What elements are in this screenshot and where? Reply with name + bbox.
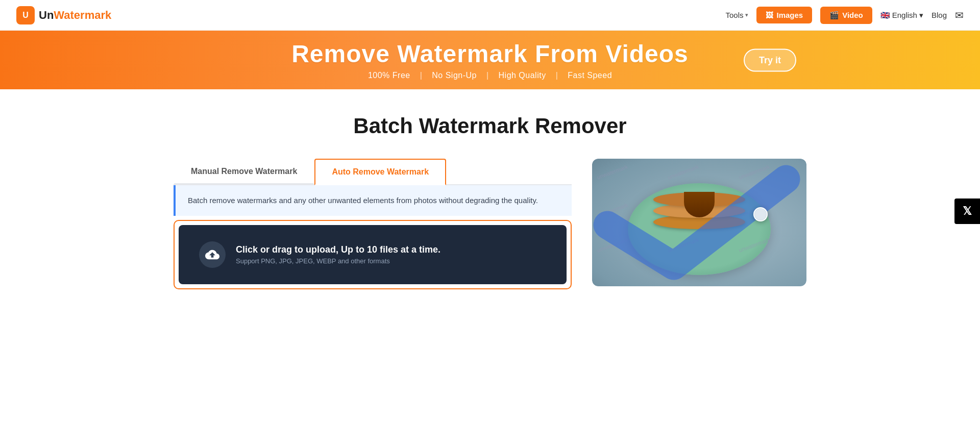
upload-text-block: Click or drag to upload, Up to 10 files … (236, 244, 440, 265)
description-text: Batch remove watermarks and any other un… (188, 196, 538, 205)
upload-area[interactable]: Click or drag to upload, Up to 10 files … (179, 225, 567, 284)
feature-free: 100% Free (368, 71, 410, 80)
logo-icon: U (16, 6, 35, 24)
tab-bar: Manual Remove Watermark Auto Remove Wate… (174, 159, 572, 185)
tab-manual[interactable]: Manual Remove Watermark (174, 159, 314, 184)
logo-area: U UnWatermark (16, 6, 111, 24)
page-title: Batch Watermark Remover (102, 114, 878, 138)
left-panel: Manual Remove Watermark Auto Remove Wate… (174, 159, 572, 289)
banner-content: Remove Watermark From Videos 100% Free |… (291, 40, 689, 80)
video-icon: 🎬 (829, 11, 839, 20)
upload-icon (199, 241, 226, 268)
cloud-upload-icon (205, 247, 219, 262)
chevron-down-icon: ▾ (745, 12, 748, 18)
images-button[interactable]: 🖼 Images (756, 7, 812, 23)
blog-link[interactable]: Blog (932, 11, 947, 19)
banner-subtitle: 100% Free | No Sign-Up | High Quality | … (291, 71, 689, 80)
description-box: Batch remove watermarks and any other un… (174, 185, 572, 216)
feature-nosignup: No Sign-Up (432, 71, 477, 80)
navbar-right: Tools ▾ 🖼 Images 🎬 Video 🇬🇧 English ▾ Bl… (725, 7, 964, 24)
language-selector[interactable]: 🇬🇧 English ▾ (880, 11, 923, 20)
pancake-demo: unwatermark unwatermark unwatermark unwa… (592, 159, 806, 286)
pancake-stack (648, 184, 750, 235)
preview-image: unwatermark unwatermark unwatermark unwa… (592, 159, 806, 286)
content-area: Manual Remove Watermark Auto Remove Wate… (102, 159, 878, 289)
chevron-down-icon: ▾ (919, 11, 923, 20)
main-content: Batch Watermark Remover Manual Remove Wa… (82, 89, 898, 320)
flag-icon: 🇬🇧 (880, 11, 890, 20)
image-icon: 🖼 (766, 11, 773, 19)
feature-speed: Fast Speed (568, 71, 612, 80)
navbar: U UnWatermark Tools ▾ 🖼 Images 🎬 Video 🇬… (0, 0, 980, 31)
upload-sub-text: Support PNG, JPG, JPEG, WEBP and other f… (236, 257, 440, 265)
promo-banner: Remove Watermark From Videos 100% Free |… (0, 31, 980, 89)
logo-text: UnWatermark (39, 9, 111, 22)
try-it-button[interactable]: Try it (744, 48, 796, 71)
banner-title: Remove Watermark From Videos (291, 40, 689, 68)
image-background: unwatermark unwatermark unwatermark unwa… (592, 159, 806, 286)
x-twitter-button[interactable]: 𝕏 (954, 198, 980, 224)
feature-quality: High Quality (499, 71, 546, 80)
video-button[interactable]: 🎬 Video (820, 7, 872, 24)
upload-main-text: Click or drag to upload, Up to 10 files … (236, 244, 440, 255)
tools-menu[interactable]: Tools ▾ (725, 11, 748, 19)
tab-auto[interactable]: Auto Remove Watermark (314, 159, 446, 185)
email-icon[interactable]: ✉ (955, 9, 964, 21)
upload-wrapper: Click or drag to upload, Up to 10 files … (174, 220, 572, 289)
